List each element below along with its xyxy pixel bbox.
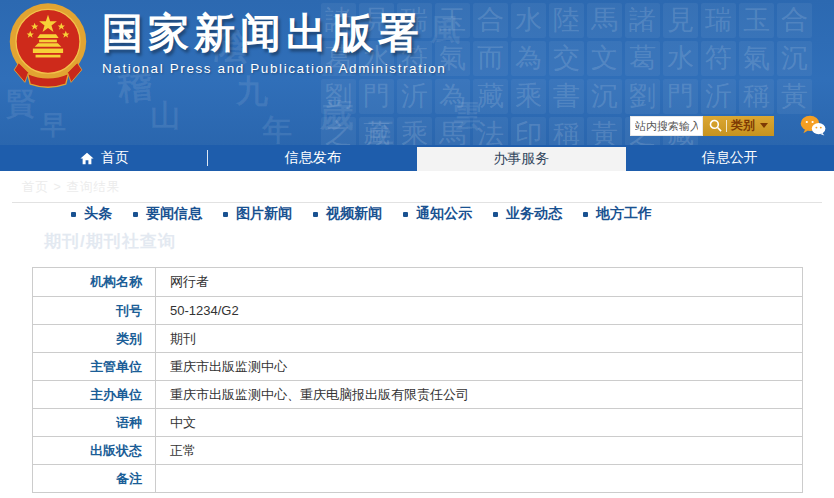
menu-item-label: 要闻信息 bbox=[146, 205, 202, 223]
page-title: 期刊/期刊社查询 bbox=[44, 230, 176, 253]
breadcrumb-separator: > bbox=[53, 180, 61, 194]
row-value: 网行者 bbox=[156, 268, 802, 296]
breadcrumb-current: 查询结果 bbox=[66, 180, 120, 194]
nav-item-label: 首页 bbox=[101, 149, 129, 167]
table-row: 刊号 50-1234/G2 bbox=[33, 296, 802, 324]
site-subtitle: National Press and Publication Administr… bbox=[102, 61, 446, 76]
menu-item-local-work[interactable]: 地方工作 bbox=[583, 205, 652, 223]
breadcrumb: 首页 > 查询结果 bbox=[22, 179, 120, 196]
nav-item-label: 信息公开 bbox=[702, 149, 758, 167]
horizontal-divider bbox=[12, 202, 822, 203]
bullet-icon bbox=[493, 212, 498, 217]
row-label: 主办单位 bbox=[33, 381, 156, 408]
menu-item-important-news[interactable]: 要闻信息 bbox=[133, 205, 202, 223]
search-icon bbox=[709, 119, 722, 132]
table-row: 机构名称 网行者 bbox=[33, 268, 802, 296]
menu-item-label: 图片新闻 bbox=[236, 205, 292, 223]
nav-item-info-release[interactable]: 信息发布 bbox=[209, 145, 418, 171]
row-value: 正常 bbox=[156, 437, 802, 464]
breadcrumb-home[interactable]: 首页 bbox=[22, 180, 49, 194]
search-area: 类别 bbox=[630, 115, 826, 136]
bullet-icon bbox=[403, 212, 408, 217]
wechat-icon[interactable] bbox=[800, 115, 826, 136]
table-row: 类别 期刊 bbox=[33, 324, 802, 352]
nav-item-label: 信息发布 bbox=[285, 149, 341, 167]
menu-item-business-updates[interactable]: 业务动态 bbox=[493, 205, 562, 223]
menu-item-video-news[interactable]: 视频新闻 bbox=[313, 205, 382, 223]
bullet-icon bbox=[313, 212, 318, 217]
bullet-icon bbox=[583, 212, 588, 217]
row-value: 重庆市出版监测中心、重庆电脑报出版有限责任公司 bbox=[156, 381, 802, 408]
site-logo-link[interactable]: 国家新闻出版署 National Press and Publication A… bbox=[8, 2, 446, 88]
row-label: 机构名称 bbox=[33, 268, 156, 296]
search-divider bbox=[726, 120, 727, 132]
nav-item-info-disclosure[interactable]: 信息公开 bbox=[626, 145, 834, 171]
search-button[interactable]: 类别 bbox=[703, 116, 774, 136]
page: 諸見瑞玉合水陸馬諸見瑞玉合葛水符氣而為交文葛水符氣沉劉門沂為藏乘書沉劉門沂稱黃之… bbox=[0, 0, 834, 498]
row-value: 重庆市出版监测中心 bbox=[156, 353, 802, 380]
nav-item-services[interactable]: 办事服务 bbox=[417, 147, 626, 171]
menu-item-photo-news[interactable]: 图片新闻 bbox=[223, 205, 292, 223]
table-row: 主管单位 重庆市出版监测中心 bbox=[33, 352, 802, 380]
main-nav: 首页 信息发布 办事服务 信息公开 bbox=[0, 145, 834, 171]
row-value: 50-1234/G2 bbox=[156, 297, 802, 324]
menu-item-headlines[interactable]: 头条 bbox=[71, 205, 112, 223]
site-title: 国家新闻出版署 bbox=[102, 11, 446, 56]
row-value: 中文 bbox=[156, 409, 802, 436]
nav-item-home[interactable]: 首页 bbox=[0, 145, 209, 171]
bullet-icon bbox=[133, 212, 138, 217]
news-menu: 头条 要闻信息 图片新闻 视频新闻 通知公示 业务动态 地方工作 bbox=[71, 205, 652, 223]
table-row: 出版状态 正常 bbox=[33, 436, 802, 464]
site-titles: 国家新闻出版署 National Press and Publication A… bbox=[102, 2, 446, 76]
row-label: 主管单位 bbox=[33, 353, 156, 380]
home-icon bbox=[80, 152, 94, 165]
bullet-icon bbox=[71, 212, 76, 217]
table-row: 语种 中文 bbox=[33, 408, 802, 436]
menu-item-label: 业务动态 bbox=[506, 205, 562, 223]
row-label: 刊号 bbox=[33, 297, 156, 324]
menu-item-label: 地方工作 bbox=[596, 205, 652, 223]
site-header: 諸見瑞玉合水陸馬諸見瑞玉合葛水符氣而為交文葛水符氣沉劉門沂為藏乘書沉劉門沂稱黃之… bbox=[0, 0, 834, 145]
nav-divider bbox=[207, 150, 208, 166]
site-search-input[interactable] bbox=[630, 116, 703, 136]
menu-item-label: 头条 bbox=[84, 205, 112, 223]
category-dropdown[interactable]: 类别 bbox=[731, 117, 755, 134]
row-label: 备注 bbox=[33, 465, 156, 492]
row-label: 出版状态 bbox=[33, 437, 156, 464]
chevron-down-icon[interactable] bbox=[760, 123, 768, 128]
menu-item-label: 视频新闻 bbox=[326, 205, 382, 223]
nav-item-label: 办事服务 bbox=[493, 150, 549, 168]
national-emblem-icon bbox=[8, 2, 88, 88]
bullet-icon bbox=[223, 212, 228, 217]
menu-item-label: 通知公示 bbox=[416, 205, 472, 223]
table-row: 主办单位 重庆市出版监测中心、重庆电脑报出版有限责任公司 bbox=[33, 380, 802, 408]
row-value: 期刊 bbox=[156, 325, 802, 352]
row-label: 语种 bbox=[33, 409, 156, 436]
table-row: 备注 bbox=[33, 464, 802, 492]
row-label: 类别 bbox=[33, 325, 156, 352]
result-table: 机构名称 网行者 刊号 50-1234/G2 类别 期刊 主管单位 重庆市出版监… bbox=[32, 267, 803, 493]
menu-item-notices[interactable]: 通知公示 bbox=[403, 205, 472, 223]
row-value bbox=[156, 465, 802, 492]
